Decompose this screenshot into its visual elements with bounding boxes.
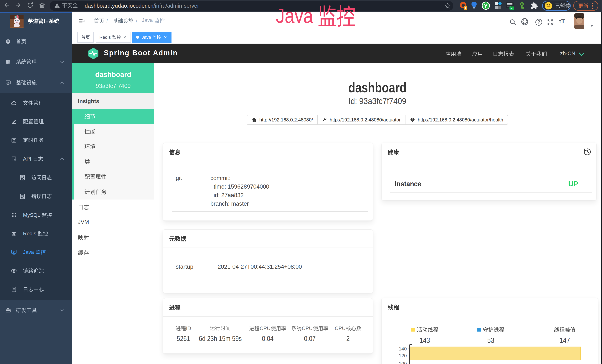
svg-text:on: on <box>510 7 513 10</box>
svg-text:1: 1 <box>465 6 466 10</box>
